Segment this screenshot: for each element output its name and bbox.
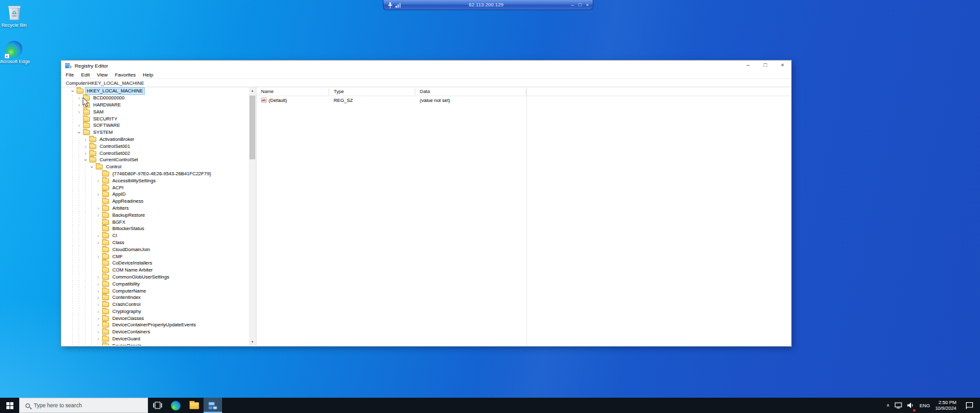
pin-icon[interactable] [387, 2, 393, 8]
expand-chevron-icon[interactable]: › [82, 136, 89, 143]
tree-item[interactable]: ›BackupRestore [62, 212, 249, 219]
language-indicator[interactable]: ENG [919, 403, 930, 409]
tree-item[interactable]: BGFX [62, 219, 249, 226]
taskbar-search[interactable] [19, 398, 148, 413]
tree-item[interactable]: SECURITY [62, 115, 249, 122]
expand-chevron-icon[interactable]: › [95, 212, 101, 219]
tree-item[interactable]: ›ActivationBroker [62, 136, 249, 143]
tree-item[interactable]: ›DeviceClasses [62, 315, 249, 322]
taskbar-clock[interactable]: 2:50 PM 10/9/2024 [935, 400, 956, 411]
tree-item[interactable]: ›CurrentControlSet [62, 157, 249, 164]
tree-item[interactable]: ›DeviceGuard [62, 336, 249, 343]
tree-item[interactable]: ›BCD00000000 [62, 95, 249, 102]
tree-item[interactable]: ›ControlSet002 [62, 150, 249, 157]
tree-item[interactable]: CloudDomainJoin [62, 246, 249, 253]
column-header-data[interactable]: Data [415, 89, 526, 95]
column-header-name[interactable]: Name [256, 89, 329, 95]
tree-item[interactable]: ›Compatibility [62, 280, 249, 287]
expand-chevron-icon[interactable]: › [95, 254, 101, 260]
start-button[interactable] [0, 398, 19, 413]
collapse-chevron-icon[interactable]: › [76, 129, 82, 136]
tree-item[interactable]: DevicePanels [62, 342, 249, 345]
menu-file[interactable]: File [66, 72, 74, 78]
tree-item[interactable]: ›CI [62, 233, 249, 240]
scroll-up-icon[interactable]: ▲ [249, 87, 256, 94]
expand-chevron-icon[interactable]: › [95, 240, 101, 246]
tree-item[interactable]: COM Name Arbiter [62, 267, 249, 274]
tree-item[interactable]: BitlockerStatus [62, 226, 249, 233]
volume-muted-icon[interactable] [907, 400, 914, 411]
expand-chevron-icon[interactable]: › [76, 109, 82, 115]
taskbar-app-registry-editor[interactable] [204, 398, 222, 413]
expand-chevron-icon[interactable]: › [76, 102, 82, 108]
rdp-minimize-button[interactable]: – [571, 1, 574, 10]
tree-item[interactable]: ›SAM [62, 108, 249, 115]
minimize-button[interactable]: – [739, 61, 757, 71]
tree-item[interactable]: ›CMF [62, 253, 249, 260]
collapse-chevron-icon[interactable]: › [89, 164, 95, 170]
expand-chevron-icon[interactable]: › [95, 281, 101, 287]
scroll-down-icon[interactable]: ▼ [249, 338, 256, 345]
tree-item[interactable]: ›AccessibilitySettings [62, 177, 249, 184]
expand-chevron-icon[interactable]: › [95, 233, 101, 239]
rdp-connection-bar[interactable]: 62.113.200.129 – □ × [383, 0, 593, 10]
tree-item[interactable]: ›CrashControl [62, 301, 249, 308]
scrollbar-thumb[interactable] [249, 96, 255, 159]
tree-scrollbar[interactable]: ▲ ▼ [249, 87, 256, 345]
menu-view[interactable]: View [97, 72, 108, 78]
expand-chevron-icon[interactable]: › [95, 329, 101, 335]
value-row[interactable]: ab(Default)REG_SZ(value not set) [256, 96, 791, 104]
expand-chevron-icon[interactable]: › [95, 178, 101, 184]
task-view-button[interactable] [148, 398, 167, 413]
menu-help[interactable]: Help [143, 72, 153, 78]
tree-item[interactable]: ›Arbiters [62, 205, 249, 212]
expand-chevron-icon[interactable]: › [76, 122, 82, 129]
tree-item[interactable]: ›ComputerName [62, 287, 249, 294]
desktop-icon-recycle-bin[interactable]: Recycle Bin [0, 4, 33, 29]
network-icon[interactable] [895, 402, 902, 409]
expand-chevron-icon[interactable]: › [95, 191, 101, 198]
menu-favorites[interactable]: Favorites [115, 72, 136, 78]
tree-item[interactable]: ›ContentIndex [62, 294, 249, 301]
expand-chevron-icon[interactable]: › [95, 274, 101, 280]
desktop-icon-microsoft-edge[interactable]: Microsoft Edge [0, 41, 33, 65]
tree-item[interactable]: ›ControlSet001 [62, 143, 249, 150]
taskbar-app-edge[interactable] [167, 398, 185, 413]
tree-item[interactable]: ›Cryptography [62, 308, 249, 315]
tree-item[interactable]: ›Class [62, 240, 249, 247]
expand-chevron-icon[interactable]: › [95, 308, 101, 315]
tree-item[interactable]: ›Control [62, 164, 249, 171]
action-center-icon[interactable] [965, 402, 974, 409]
tree-item[interactable]: ›HKEY_LOCAL_MACHINE [62, 88, 249, 95]
tree-item[interactable]: ›SOFTWARE [62, 122, 249, 129]
tree-item[interactable]: ›AppID [62, 191, 249, 198]
tree-item[interactable]: ›CommonGlobUserSettings [62, 274, 249, 281]
search-input[interactable] [34, 402, 130, 409]
tree-item[interactable]: ›SYSTEM [62, 129, 249, 136]
expand-chevron-icon[interactable]: › [95, 315, 101, 322]
taskbar-app-file-explorer[interactable] [185, 398, 204, 413]
tree-item[interactable]: ›HARDWARE [62, 102, 249, 109]
tree-item[interactable]: CoDeviceInstallers [62, 260, 249, 267]
expand-chevron-icon[interactable]: › [95, 294, 101, 301]
rdp-restore-button[interactable]: □ [578, 1, 581, 10]
expand-chevron-icon[interactable]: › [95, 336, 101, 342]
tree-item[interactable]: {7746D80F-97E0-4E26-9543-26B41FC22F79} [62, 171, 249, 178]
expand-chevron-icon[interactable]: › [95, 301, 101, 308]
expand-chevron-icon[interactable]: › [95, 288, 101, 294]
maximize-button[interactable]: □ [757, 61, 774, 71]
tray-chevron-icon[interactable]: ∧ [886, 403, 889, 408]
expand-chevron-icon[interactable]: › [82, 143, 89, 150]
expand-chevron-icon[interactable]: › [82, 150, 89, 157]
tree-item[interactable]: ›DeviceContainers [62, 329, 249, 336]
tree-item[interactable]: ACPI [62, 184, 249, 191]
close-button[interactable]: × [774, 61, 791, 71]
rdp-close-button[interactable]: × [586, 1, 589, 10]
menu-edit[interactable]: Edit [81, 72, 90, 78]
expand-chevron-icon[interactable]: › [95, 205, 101, 212]
expand-chevron-icon[interactable]: › [76, 95, 82, 101]
tree-item[interactable]: AppReadiness [62, 198, 249, 205]
column-header-type[interactable]: Type [329, 89, 415, 95]
collapse-chevron-icon[interactable]: › [82, 157, 89, 163]
address-bar[interactable]: Computer\HKEY_LOCAL_MACHINE [61, 79, 791, 87]
